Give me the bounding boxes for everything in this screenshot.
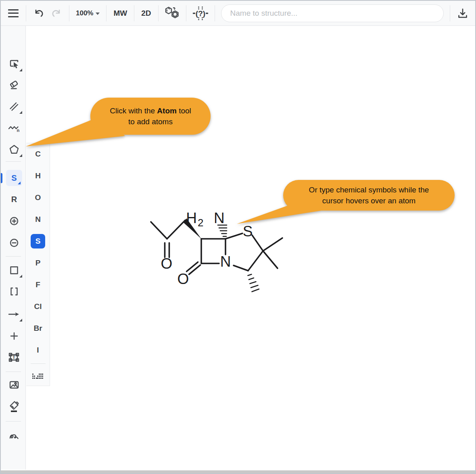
charge-minus-button[interactable] (4, 234, 24, 252)
zoom-level-dropdown[interactable]: 100% (69, 9, 106, 17)
reaction-plus-button[interactable] (4, 327, 24, 345)
submenu-corner (19, 275, 22, 278)
selected-atom-chip: S (31, 234, 45, 248)
double-bond-icon (8, 100, 21, 113)
submenu-corner (19, 154, 22, 157)
periodic-table-icon (32, 373, 44, 380)
atom-item-I[interactable]: I (26, 339, 50, 361)
sidebar-divider (6, 161, 21, 162)
download-button[interactable] (457, 7, 469, 19)
highlighter-brush-icon (8, 399, 21, 413)
periodic-table-button[interactable] (26, 368, 50, 385)
redo-icon (50, 7, 63, 19)
atom-item-S-selected[interactable]: S (26, 230, 50, 252)
sidebar-divider (6, 372, 21, 372)
caret-down-icon (96, 13, 100, 15)
atom-label-ring-nitrogen: N (220, 253, 231, 270)
query-structure-button[interactable]: (?) (186, 6, 215, 21)
freehand-squiggle-icon (8, 430, 21, 443)
svg-text:(?): (?) (195, 9, 205, 18)
zoom-level-value: 100% (76, 9, 93, 17)
atom-item-P[interactable]: P (26, 252, 50, 274)
brackets-icon (8, 285, 21, 298)
sgroup-bracket-button[interactable] (4, 283, 24, 301)
atom-item-O[interactable]: O (26, 187, 50, 209)
reaction-arrow-button[interactable] (4, 305, 24, 323)
atom-symbols-panel: C H O N S P F Cl Br I (26, 143, 50, 386)
submenu-corner (18, 182, 21, 184)
beta-lactam-ring (187, 239, 226, 274)
image-icon (8, 378, 21, 391)
submenu-corner (19, 319, 22, 322)
charge-minus-icon (8, 236, 21, 249)
eraser-tool-button[interactable] (4, 76, 24, 94)
charge-plus-button[interactable] (4, 212, 24, 230)
atom-label-oxygen-left: O (161, 255, 173, 272)
charge-plus-icon (8, 215, 21, 228)
atom-label-oxygen-bottom: O (177, 271, 189, 287)
atom-tool-label: S (11, 173, 17, 183)
text-tool-letter: T (13, 355, 16, 360)
highlight-tool-button[interactable] (4, 397, 24, 415)
text-tool-icon: T (7, 351, 21, 364)
main-menu-button[interactable] (8, 9, 19, 17)
download-icon (457, 7, 469, 19)
plus-icon (8, 330, 21, 342)
active-tool-indicator (1, 173, 2, 183)
app-window: 100% MW 2D (?) (0, 0, 476, 474)
hash-bond-amine (218, 225, 227, 236)
pentagon-ring-icon (8, 143, 21, 156)
atom-tool-button-selected[interactable]: S (6, 170, 22, 186)
toolbar-divider (450, 5, 450, 21)
rgroup-label: R (11, 195, 17, 204)
top-toolbar: 100% MW 2D (?) (1, 1, 475, 26)
toolbar-divider (26, 5, 26, 21)
undo-icon (33, 7, 45, 19)
atom-item-F[interactable]: F (26, 274, 50, 296)
2d-view-button[interactable]: 2D (134, 9, 158, 18)
atom-label-amine-n: N (214, 210, 225, 226)
selection-tool-icon (8, 58, 21, 71)
atom-item-N[interactable]: N (26, 209, 50, 230)
sidebar-divider (6, 256, 21, 257)
callout-type-symbols-text: Or type chemical symbols while the curso… (283, 180, 455, 211)
rgroup-tool-button[interactable]: R (4, 190, 24, 208)
shape-tool-button[interactable] (4, 261, 24, 279)
arrow-icon (7, 308, 21, 321)
undo-button[interactable] (33, 7, 45, 19)
hash-bond-methyl (248, 274, 259, 292)
chain-icon: n (7, 122, 21, 135)
thiazolidine-ring (225, 234, 282, 271)
callout-atom-tool-text: Click with the Atom tool to add atoms (90, 98, 211, 135)
eraser-icon (8, 78, 21, 91)
callout-atom-tool: Click with the Atom tool to add atoms (21, 96, 214, 150)
sidebar-divider (6, 421, 21, 422)
submenu-corner (19, 69, 22, 71)
aromatize-button[interactable] (159, 6, 186, 21)
atom-label-amine: H (186, 210, 197, 226)
toolbar-divider (215, 5, 215, 21)
chain-n-sub: n (17, 128, 20, 133)
hamburger-icon (8, 9, 19, 17)
atom-item-H[interactable]: H (26, 165, 50, 187)
atom-item-Br[interactable]: Br (26, 317, 50, 339)
name-to-structure-input[interactable] (221, 4, 444, 22)
query-structure-icon: (?) (192, 6, 209, 21)
selection-tool-button[interactable] (4, 55, 24, 73)
text-tool-button[interactable]: T (4, 349, 24, 366)
tools-sidebar: n S R (1, 26, 26, 470)
redo-button[interactable] (50, 7, 63, 19)
atom-label-amine-sub: 2 (198, 217, 203, 229)
callout-type-symbols: Or type chemical symbols while the curso… (227, 177, 459, 228)
acetonyl-side-chain (151, 220, 185, 257)
horizontal-scrollbar[interactable] (1, 470, 475, 473)
square-shape-icon (8, 264, 21, 277)
molecular-weight-button[interactable]: MW (106, 9, 134, 18)
aromatize-rings-icon (164, 6, 181, 21)
atom-item-Cl[interactable]: Cl (26, 296, 50, 317)
freehand-tool-button[interactable] (4, 427, 24, 445)
panel-divider (31, 363, 46, 364)
image-tool-button[interactable] (4, 376, 24, 394)
